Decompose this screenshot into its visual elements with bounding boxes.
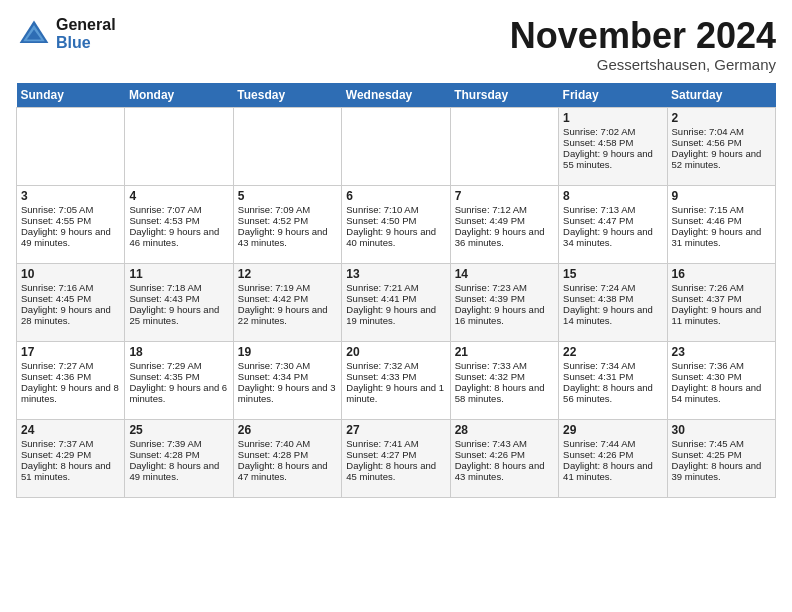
- day-info: Daylight: 9 hours and 6 minutes.: [129, 382, 228, 404]
- day-info: Sunrise: 7:13 AM: [563, 204, 662, 215]
- calendar-cell: 5Sunrise: 7:09 AMSunset: 4:52 PMDaylight…: [233, 185, 341, 263]
- day-info: Sunrise: 7:02 AM: [563, 126, 662, 137]
- calendar-cell: 7Sunrise: 7:12 AMSunset: 4:49 PMDaylight…: [450, 185, 558, 263]
- calendar-cell: 27Sunrise: 7:41 AMSunset: 4:27 PMDayligh…: [342, 419, 450, 497]
- day-number: 7: [455, 189, 554, 203]
- calendar-cell: 17Sunrise: 7:27 AMSunset: 4:36 PMDayligh…: [17, 341, 125, 419]
- calendar-cell: 18Sunrise: 7:29 AMSunset: 4:35 PMDayligh…: [125, 341, 233, 419]
- calendar-cell: 13Sunrise: 7:21 AMSunset: 4:41 PMDayligh…: [342, 263, 450, 341]
- calendar-cell: 9Sunrise: 7:15 AMSunset: 4:46 PMDaylight…: [667, 185, 775, 263]
- day-info: Daylight: 9 hours and 1 minute.: [346, 382, 445, 404]
- day-info: Sunset: 4:58 PM: [563, 137, 662, 148]
- day-info: Sunset: 4:46 PM: [672, 215, 771, 226]
- day-info: Daylight: 9 hours and 55 minutes.: [563, 148, 662, 170]
- day-info: Sunrise: 7:09 AM: [238, 204, 337, 215]
- calendar-cell: 16Sunrise: 7:26 AMSunset: 4:37 PMDayligh…: [667, 263, 775, 341]
- day-info: Sunrise: 7:43 AM: [455, 438, 554, 449]
- week-row-2: 10Sunrise: 7:16 AMSunset: 4:45 PMDayligh…: [17, 263, 776, 341]
- day-info: Sunrise: 7:33 AM: [455, 360, 554, 371]
- calendar-cell: 19Sunrise: 7:30 AMSunset: 4:34 PMDayligh…: [233, 341, 341, 419]
- day-info: Daylight: 9 hours and 36 minutes.: [455, 226, 554, 248]
- day-info: Sunrise: 7:44 AM: [563, 438, 662, 449]
- day-info: Sunset: 4:38 PM: [563, 293, 662, 304]
- day-number: 11: [129, 267, 228, 281]
- day-info: Sunset: 4:31 PM: [563, 371, 662, 382]
- calendar-cell: 1Sunrise: 7:02 AMSunset: 4:58 PMDaylight…: [559, 107, 667, 185]
- col-saturday: Saturday: [667, 83, 775, 108]
- day-info: Sunset: 4:30 PM: [672, 371, 771, 382]
- day-number: 27: [346, 423, 445, 437]
- day-info: Daylight: 9 hours and 49 minutes.: [21, 226, 120, 248]
- day-info: Sunrise: 7:18 AM: [129, 282, 228, 293]
- calendar-cell: 29Sunrise: 7:44 AMSunset: 4:26 PMDayligh…: [559, 419, 667, 497]
- day-info: Sunrise: 7:19 AM: [238, 282, 337, 293]
- day-number: 10: [21, 267, 120, 281]
- day-info: Sunset: 4:49 PM: [455, 215, 554, 226]
- day-info: Daylight: 8 hours and 51 minutes.: [21, 460, 120, 482]
- day-number: 5: [238, 189, 337, 203]
- day-info: Daylight: 9 hours and 25 minutes.: [129, 304, 228, 326]
- day-number: 22: [563, 345, 662, 359]
- day-info: Sunset: 4:45 PM: [21, 293, 120, 304]
- day-info: Daylight: 8 hours and 54 minutes.: [672, 382, 771, 404]
- day-info: Daylight: 8 hours and 56 minutes.: [563, 382, 662, 404]
- week-row-1: 3Sunrise: 7:05 AMSunset: 4:55 PMDaylight…: [17, 185, 776, 263]
- day-info: Daylight: 9 hours and 11 minutes.: [672, 304, 771, 326]
- day-info: Sunset: 4:55 PM: [21, 215, 120, 226]
- day-info: Sunrise: 7:15 AM: [672, 204, 771, 215]
- calendar-cell: 20Sunrise: 7:32 AMSunset: 4:33 PMDayligh…: [342, 341, 450, 419]
- day-info: Sunset: 4:42 PM: [238, 293, 337, 304]
- location: Gessertshausen, Germany: [510, 56, 776, 73]
- calendar-cell: 6Sunrise: 7:10 AMSunset: 4:50 PMDaylight…: [342, 185, 450, 263]
- day-number: 24: [21, 423, 120, 437]
- day-number: 4: [129, 189, 228, 203]
- day-info: Sunset: 4:47 PM: [563, 215, 662, 226]
- col-tuesday: Tuesday: [233, 83, 341, 108]
- calendar-cell: 15Sunrise: 7:24 AMSunset: 4:38 PMDayligh…: [559, 263, 667, 341]
- day-info: Sunrise: 7:30 AM: [238, 360, 337, 371]
- day-number: 20: [346, 345, 445, 359]
- day-info: Sunrise: 7:37 AM: [21, 438, 120, 449]
- day-info: Daylight: 9 hours and 8 minutes.: [21, 382, 120, 404]
- day-info: Sunrise: 7:05 AM: [21, 204, 120, 215]
- calendar-cell: [125, 107, 233, 185]
- day-info: Daylight: 9 hours and 16 minutes.: [455, 304, 554, 326]
- day-info: Sunset: 4:52 PM: [238, 215, 337, 226]
- day-info: Daylight: 9 hours and 40 minutes.: [346, 226, 445, 248]
- day-number: 1: [563, 111, 662, 125]
- day-info: Sunrise: 7:29 AM: [129, 360, 228, 371]
- day-number: 18: [129, 345, 228, 359]
- calendar-cell: 28Sunrise: 7:43 AMSunset: 4:26 PMDayligh…: [450, 419, 558, 497]
- day-number: 2: [672, 111, 771, 125]
- day-info: Daylight: 8 hours and 47 minutes.: [238, 460, 337, 482]
- day-info: Sunrise: 7:24 AM: [563, 282, 662, 293]
- day-number: 13: [346, 267, 445, 281]
- day-info: Daylight: 9 hours and 52 minutes.: [672, 148, 771, 170]
- day-info: Sunset: 4:36 PM: [21, 371, 120, 382]
- day-number: 16: [672, 267, 771, 281]
- day-number: 28: [455, 423, 554, 437]
- day-number: 23: [672, 345, 771, 359]
- day-info: Sunset: 4:27 PM: [346, 449, 445, 460]
- day-info: Daylight: 8 hours and 49 minutes.: [129, 460, 228, 482]
- calendar-cell: 14Sunrise: 7:23 AMSunset: 4:39 PMDayligh…: [450, 263, 558, 341]
- day-number: 19: [238, 345, 337, 359]
- title-block: November 2024 Gessertshausen, Germany: [510, 16, 776, 73]
- calendar-cell: 24Sunrise: 7:37 AMSunset: 4:29 PMDayligh…: [17, 419, 125, 497]
- day-number: 30: [672, 423, 771, 437]
- day-info: Sunrise: 7:26 AM: [672, 282, 771, 293]
- week-row-0: 1Sunrise: 7:02 AMSunset: 4:58 PMDaylight…: [17, 107, 776, 185]
- day-number: 8: [563, 189, 662, 203]
- day-info: Sunrise: 7:21 AM: [346, 282, 445, 293]
- header-row: Sunday Monday Tuesday Wednesday Thursday…: [17, 83, 776, 108]
- calendar-cell: 12Sunrise: 7:19 AMSunset: 4:42 PMDayligh…: [233, 263, 341, 341]
- day-info: Daylight: 8 hours and 45 minutes.: [346, 460, 445, 482]
- day-info: Sunrise: 7:40 AM: [238, 438, 337, 449]
- day-info: Sunset: 4:32 PM: [455, 371, 554, 382]
- day-info: Sunrise: 7:27 AM: [21, 360, 120, 371]
- day-info: Daylight: 9 hours and 43 minutes.: [238, 226, 337, 248]
- calendar-cell: 2Sunrise: 7:04 AMSunset: 4:56 PMDaylight…: [667, 107, 775, 185]
- day-info: Daylight: 9 hours and 19 minutes.: [346, 304, 445, 326]
- day-info: Sunset: 4:26 PM: [455, 449, 554, 460]
- calendar-cell: 26Sunrise: 7:40 AMSunset: 4:28 PMDayligh…: [233, 419, 341, 497]
